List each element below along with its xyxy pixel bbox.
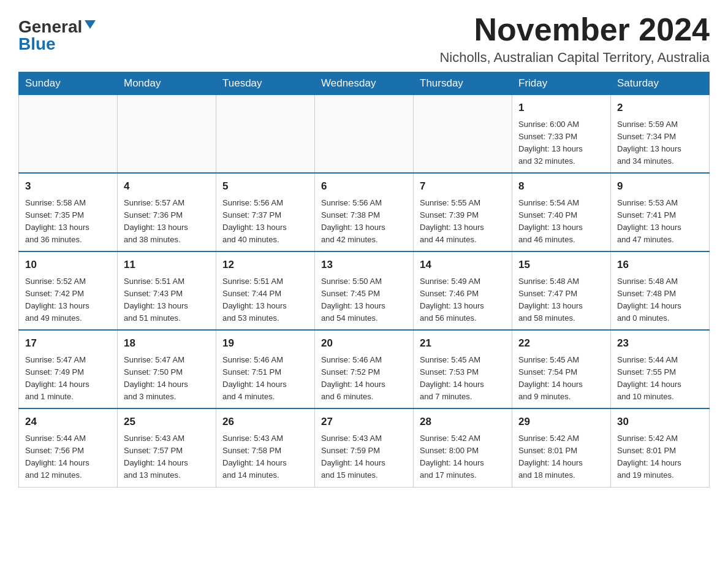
day-number: 11	[124, 257, 210, 273]
day-number: 10	[25, 257, 111, 273]
day-info: Sunrise: 5:59 AMSunset: 7:34 PMDaylight:…	[617, 118, 703, 168]
table-row: 20Sunrise: 5:46 AMSunset: 7:52 PMDayligh…	[315, 330, 414, 408]
day-number: 29	[518, 414, 604, 430]
day-number: 26	[222, 414, 308, 430]
table-row: 24Sunrise: 5:44 AMSunset: 7:56 PMDayligh…	[19, 408, 118, 487]
logo-arrow-icon	[85, 20, 96, 29]
calendar-week-row: 24Sunrise: 5:44 AMSunset: 7:56 PMDayligh…	[19, 408, 710, 487]
day-number: 19	[222, 335, 308, 351]
table-row	[414, 95, 512, 174]
day-number: 22	[518, 335, 604, 351]
table-row: 27Sunrise: 5:43 AMSunset: 7:59 PMDayligh…	[315, 408, 414, 487]
day-info: Sunrise: 5:54 AMSunset: 7:40 PMDaylight:…	[518, 197, 604, 247]
day-info: Sunrise: 5:49 AMSunset: 7:46 PMDaylight:…	[420, 275, 506, 325]
table-row	[118, 95, 216, 174]
day-info: Sunrise: 5:57 AMSunset: 7:36 PMDaylight:…	[124, 197, 210, 247]
table-row: 17Sunrise: 5:47 AMSunset: 7:49 PMDayligh…	[19, 330, 118, 408]
table-row: 18Sunrise: 5:47 AMSunset: 7:50 PMDayligh…	[118, 330, 216, 408]
day-number: 28	[420, 414, 506, 430]
table-row: 21Sunrise: 5:45 AMSunset: 7:53 PMDayligh…	[414, 330, 512, 408]
day-info: Sunrise: 5:43 AMSunset: 7:59 PMDaylight:…	[321, 432, 407, 482]
day-number: 18	[124, 335, 210, 351]
table-row: 26Sunrise: 5:43 AMSunset: 7:58 PMDayligh…	[216, 408, 315, 487]
day-number: 9	[617, 178, 703, 194]
day-number: 24	[25, 414, 111, 430]
day-number: 7	[420, 178, 506, 194]
day-info: Sunrise: 5:44 AMSunset: 7:55 PMDaylight:…	[617, 354, 703, 404]
header: General Blue November 2024 Nicholls, Aus…	[18, 12, 710, 66]
header-sunday: Sunday	[19, 72, 118, 95]
day-info: Sunrise: 5:56 AMSunset: 7:38 PMDaylight:…	[321, 197, 407, 247]
day-info: Sunrise: 5:47 AMSunset: 7:50 PMDaylight:…	[124, 354, 210, 404]
day-info: Sunrise: 5:48 AMSunset: 7:48 PMDaylight:…	[617, 275, 703, 325]
table-row: 22Sunrise: 5:45 AMSunset: 7:54 PMDayligh…	[512, 330, 611, 408]
calendar-header-row: Sunday Monday Tuesday Wednesday Thursday…	[19, 72, 710, 95]
table-row: 28Sunrise: 5:42 AMSunset: 8:00 PMDayligh…	[414, 408, 512, 487]
day-number: 1	[518, 100, 604, 116]
table-row: 23Sunrise: 5:44 AMSunset: 7:55 PMDayligh…	[611, 330, 710, 408]
header-thursday: Thursday	[414, 72, 512, 95]
header-monday: Monday	[118, 72, 216, 95]
header-saturday: Saturday	[611, 72, 710, 95]
table-row: 12Sunrise: 5:51 AMSunset: 7:44 PMDayligh…	[216, 251, 315, 330]
table-row: 29Sunrise: 5:42 AMSunset: 8:01 PMDayligh…	[512, 408, 611, 487]
table-row: 13Sunrise: 5:50 AMSunset: 7:45 PMDayligh…	[315, 251, 414, 330]
day-info: Sunrise: 5:42 AMSunset: 8:01 PMDaylight:…	[518, 432, 604, 482]
table-row	[216, 95, 315, 174]
logo: General Blue	[18, 12, 96, 53]
day-number: 14	[420, 257, 506, 273]
logo-general: General	[18, 18, 82, 36]
day-number: 30	[617, 414, 703, 430]
header-wednesday: Wednesday	[315, 72, 414, 95]
day-info: Sunrise: 5:50 AMSunset: 7:45 PMDaylight:…	[321, 275, 407, 325]
calendar-week-row: 3Sunrise: 5:58 AMSunset: 7:35 PMDaylight…	[19, 173, 710, 251]
calendar-table: Sunday Monday Tuesday Wednesday Thursday…	[18, 72, 710, 487]
table-row: 6Sunrise: 5:56 AMSunset: 7:38 PMDaylight…	[315, 173, 414, 251]
day-info: Sunrise: 5:53 AMSunset: 7:41 PMDaylight:…	[617, 197, 703, 247]
table-row: 7Sunrise: 5:55 AMSunset: 7:39 PMDaylight…	[414, 173, 512, 251]
day-info: Sunrise: 5:46 AMSunset: 7:51 PMDaylight:…	[222, 354, 308, 404]
table-row: 15Sunrise: 5:48 AMSunset: 7:47 PMDayligh…	[512, 251, 611, 330]
day-info: Sunrise: 5:56 AMSunset: 7:37 PMDaylight:…	[222, 197, 308, 247]
day-info: Sunrise: 5:58 AMSunset: 7:35 PMDaylight:…	[25, 197, 111, 247]
month-title: November 2024	[439, 12, 710, 47]
table-row: 19Sunrise: 5:46 AMSunset: 7:51 PMDayligh…	[216, 330, 315, 408]
calendar-week-row: 1Sunrise: 6:00 AMSunset: 7:33 PMDaylight…	[19, 95, 710, 174]
table-row	[315, 95, 414, 174]
header-tuesday: Tuesday	[216, 72, 315, 95]
table-row	[19, 95, 118, 174]
day-number: 23	[617, 335, 703, 351]
title-area: November 2024 Nicholls, Australian Capit…	[439, 12, 710, 66]
table-row: 9Sunrise: 5:53 AMSunset: 7:41 PMDaylight…	[611, 173, 710, 251]
calendar-week-row: 10Sunrise: 5:52 AMSunset: 7:42 PMDayligh…	[19, 251, 710, 330]
day-info: Sunrise: 5:52 AMSunset: 7:42 PMDaylight:…	[25, 275, 111, 325]
day-number: 8	[518, 178, 604, 194]
day-number: 21	[420, 335, 506, 351]
header-friday: Friday	[512, 72, 611, 95]
day-info: Sunrise: 5:51 AMSunset: 7:43 PMDaylight:…	[124, 275, 210, 325]
day-number: 17	[25, 335, 111, 351]
table-row: 4Sunrise: 5:57 AMSunset: 7:36 PMDaylight…	[118, 173, 216, 251]
day-number: 15	[518, 257, 604, 273]
day-info: Sunrise: 6:00 AMSunset: 7:33 PMDaylight:…	[518, 118, 604, 168]
day-number: 3	[25, 178, 111, 194]
day-info: Sunrise: 5:48 AMSunset: 7:47 PMDaylight:…	[518, 275, 604, 325]
table-row: 3Sunrise: 5:58 AMSunset: 7:35 PMDaylight…	[19, 173, 118, 251]
table-row: 1Sunrise: 6:00 AMSunset: 7:33 PMDaylight…	[512, 95, 611, 174]
day-info: Sunrise: 5:55 AMSunset: 7:39 PMDaylight:…	[420, 197, 506, 247]
day-info: Sunrise: 5:45 AMSunset: 7:53 PMDaylight:…	[420, 354, 506, 404]
day-info: Sunrise: 5:42 AMSunset: 8:01 PMDaylight:…	[617, 432, 703, 482]
day-info: Sunrise: 5:51 AMSunset: 7:44 PMDaylight:…	[222, 275, 308, 325]
day-number: 27	[321, 414, 407, 430]
location-title: Nicholls, Australian Capital Territory, …	[439, 50, 710, 66]
table-row: 14Sunrise: 5:49 AMSunset: 7:46 PMDayligh…	[414, 251, 512, 330]
table-row: 11Sunrise: 5:51 AMSunset: 7:43 PMDayligh…	[118, 251, 216, 330]
logo-blue: Blue	[18, 36, 56, 53]
day-info: Sunrise: 5:46 AMSunset: 7:52 PMDaylight:…	[321, 354, 407, 404]
day-number: 25	[124, 414, 210, 430]
day-number: 5	[222, 178, 308, 194]
table-row: 30Sunrise: 5:42 AMSunset: 8:01 PMDayligh…	[611, 408, 710, 487]
day-number: 20	[321, 335, 407, 351]
day-number: 12	[222, 257, 308, 273]
table-row: 10Sunrise: 5:52 AMSunset: 7:42 PMDayligh…	[19, 251, 118, 330]
